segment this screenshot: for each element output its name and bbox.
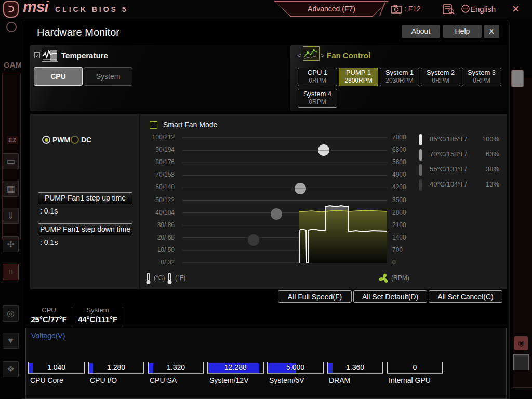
voltage-rail-system-5v: 5.000System/5V [267, 362, 324, 384]
fan-curve-chart[interactable] [182, 138, 387, 263]
pwm-label: PWM [52, 136, 70, 144]
curve-point-row: 85°C/185°F/100% [417, 134, 503, 146]
voltage-rail-dram: 1.360DRAM [327, 362, 383, 384]
background-left-sidebar: GAMI EZ ▭▦⇓✣⌗◎♥❖ [0, 19, 21, 399]
fan-button-system-1[interactable]: System 12030RPM [380, 68, 419, 86]
fan-prev-arrow-icon[interactable]: < [297, 51, 301, 59]
step-up-time-value: : 0.1s [40, 207, 58, 215]
rpm-tick: 3500 [392, 196, 415, 204]
level-bar-icon [419, 164, 422, 176]
fahrenheit-thermometer-icon[interactable] [166, 273, 173, 285]
rpm-tick: 4900 [392, 171, 415, 178]
fan-button-system-4[interactable]: System 40RPM [298, 89, 337, 108]
voltage-value: 1.320 [148, 362, 204, 374]
tab-cpu[interactable]: CPU [34, 67, 83, 86]
voltage-gauge: 1.360 [327, 362, 383, 374]
fan-button-pump-1[interactable]: PUMP 12800RPM [339, 68, 378, 86]
curve-point-percent: 38% [486, 165, 499, 173]
msi-logo-shield-icon [3, 1, 19, 18]
topbar-close-icon[interactable]: ✕ [512, 3, 520, 15]
hardware-monitor-window: Hardware Monitor About Help X ✓ Temperat… [21, 20, 510, 399]
curve-point-temp: 70°C/158°F/ [430, 150, 467, 158]
smart-fan-mode-checkbox[interactable] [150, 121, 157, 129]
system-temp-value: 44°C/111°F [75, 315, 120, 324]
curve-point-temp: 40°C/104°F/ [430, 180, 467, 188]
voltage-rail-cpu-i-o: 1.280CPU I/O [88, 362, 144, 384]
about-button[interactable]: About [402, 25, 440, 38]
flash-icon[interactable]: ⇓ [3, 208, 19, 224]
temp-separator [72, 307, 72, 327]
celsius-axis-label: (°C) [154, 274, 165, 282]
action-button-all-set-cancel-c-[interactable]: All Set Cancel(C) [429, 290, 502, 303]
curve-point-row: 55°C/131°F/38% [417, 164, 503, 176]
smart-fan-mode-label: Smart Fan Mode [163, 121, 217, 129]
voltage-rail-system-12v: 12.288System/12V [207, 362, 264, 384]
theme-icon[interactable]: ❖ [3, 361, 19, 377]
voltage-gauge: 1.320 [148, 362, 204, 374]
fan-curve-handle[interactable] [271, 208, 282, 220]
voltage-rail-internal-gpu: 0Internal GPU [387, 362, 443, 384]
favorites-icon[interactable]: ♥ [3, 332, 19, 349]
temperature-title: Temperature [61, 51, 108, 60]
fan-icon[interactable]: ✣ [3, 236, 19, 252]
fahrenheit-axis-label: (°F) [175, 274, 185, 282]
screenshot-camera-icon[interactable] [391, 5, 402, 14]
system-temp-label: System [75, 306, 120, 314]
background-red-button: ◉ [514, 336, 528, 350]
temp-tick: 90/194 [142, 146, 175, 153]
fan-control-chart-icon [303, 46, 320, 61]
rpm-tick: 2100 [392, 221, 415, 229]
tab-system[interactable]: System [84, 67, 132, 86]
fan-curve-handle[interactable] [248, 234, 259, 246]
help-button[interactable]: Help [443, 25, 482, 38]
fan-control-title: Fan Control [327, 51, 370, 60]
dc-radio[interactable] [71, 136, 79, 144]
temp-separator [123, 307, 123, 327]
step-down-time-value: : 0.1s [40, 238, 58, 246]
fan-next-arrow-icon[interactable]: > [321, 51, 325, 59]
language-globe-icon[interactable] [461, 5, 470, 13]
fan-curve-panel: PWM DC PUMP Fan1 step up time : 0.1s PUM… [30, 114, 507, 289]
memory-icon[interactable]: ▦ [3, 181, 19, 197]
window-close-button[interactable]: X [484, 25, 499, 38]
monitor-icon[interactable]: ▭ [3, 153, 19, 169]
voltage-value: 1.280 [88, 362, 144, 374]
oc-icon[interactable]: ◎ [3, 305, 19, 322]
fan-rpm: 0RPM [421, 77, 460, 85]
fan-name: System 1 [380, 68, 419, 77]
temperature-panel: ✓ Temperature CPU System [30, 45, 289, 111]
cpu-temp-label: CPU [26, 306, 71, 314]
background-right-edge: ◉ [510, 19, 532, 399]
help-document-icon[interactable] [443, 4, 455, 15]
curve-point-percent: 63% [486, 150, 499, 158]
step-down-time-button[interactable]: PUMP Fan1 step down time [38, 223, 132, 235]
cpu-temp-readout: CPU 25°C/77°F [26, 306, 71, 324]
pwm-radio[interactable] [42, 136, 50, 144]
temperature-checkbox-icon[interactable]: ✓ [34, 52, 40, 58]
rpm-tick: 700 [392, 246, 415, 254]
step-up-time-button[interactable]: PUMP Fan1 step up time [38, 192, 132, 204]
action-button-all-full-speed-f-[interactable]: All Full Speed(F) [278, 290, 352, 303]
fan-button-system-3[interactable]: System 30RPM [462, 68, 501, 86]
curve-point-temp: 85°C/185°F/ [430, 135, 467, 143]
temp-tick: 10/ 50 [142, 246, 175, 254]
clock-icon [6, 22, 17, 32]
voltage-value: 12.288 [207, 362, 264, 374]
fan-button-system-2[interactable]: System 20RPM [421, 68, 460, 86]
fan-button-cpu-1[interactable]: CPU 10RPM [298, 68, 337, 86]
fan-name: PUMP 1 [339, 68, 378, 77]
level-bar-icon [419, 149, 422, 161]
voltage-gauges: 1.040CPU Core1.280CPU I/O1.320CPU SA12.2… [28, 362, 446, 384]
panel-divider [139, 114, 140, 289]
celsius-thermometer-icon[interactable] [145, 273, 152, 285]
temp-tick: 0/ 32 [142, 259, 175, 266]
keyboard-icon[interactable]: ⌗ [3, 264, 19, 280]
ez-mode-label: EZ [7, 136, 18, 144]
temperature-chart-icon [42, 47, 58, 62]
action-button-all-set-default-d-[interactable]: All Set Default(D) [353, 290, 427, 303]
fan-name: System 4 [298, 89, 337, 98]
language-label[interactable]: English [470, 5, 496, 14]
voltage-value: 0 [387, 362, 443, 374]
advanced-mode-button[interactable]: Advanced (F7) [274, 1, 389, 17]
curve-point-percent: 100% [482, 135, 499, 143]
